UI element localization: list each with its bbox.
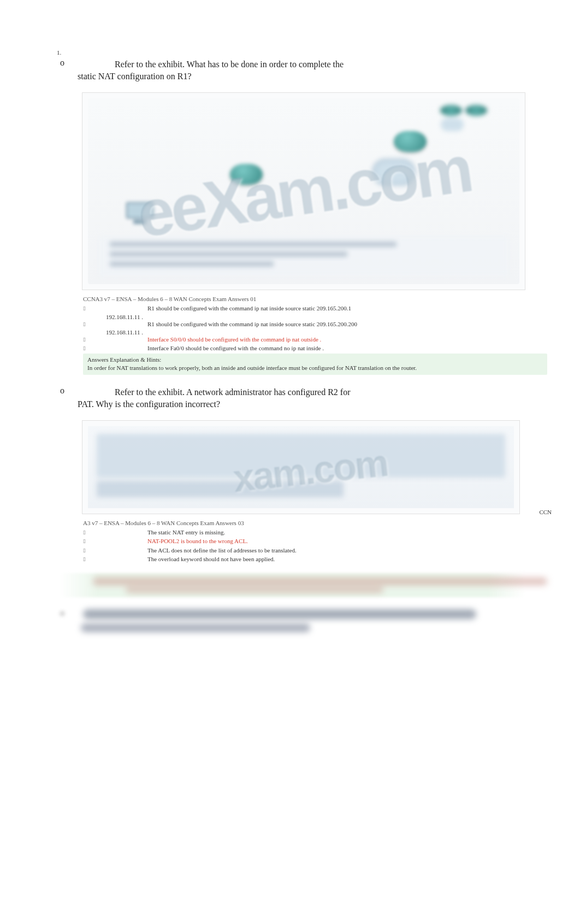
bullet-icon: ▯ xyxy=(83,538,87,545)
question-number: 1. xyxy=(57,49,525,56)
blurred-explanation-row xyxy=(60,573,525,597)
question-stem-line2: static NAT configuration on R1? xyxy=(60,72,525,81)
exhibit-image-2: xam.com xyxy=(82,420,520,514)
answer-option: ▯ R1 should be configured with the comma… xyxy=(83,320,525,328)
bullet-icon: ▯ xyxy=(83,305,87,312)
question-stem-row: o Refer to the exhibit. What has to be d… xyxy=(60,58,525,70)
question-stem-row: o Refer to the exhibit. A network admini… xyxy=(60,386,525,398)
exhibit-caption-1: CCNA3 v7 – ENSA – Modules 6 – 8 WAN Conc… xyxy=(83,296,525,302)
answer-option: ▯ Interface Fa0/0 should be configured w… xyxy=(83,344,525,352)
answer-option: ▯ The static NAT entry is missing. xyxy=(83,528,525,537)
option-text-correct: Interface S0/0/0 should be configured wi… xyxy=(87,336,525,344)
answer-option: ▯ NAT-POOL2 is bound to the wrong ACL. xyxy=(83,537,525,545)
bullet-icon: ▯ xyxy=(83,336,87,343)
blurred-text-line xyxy=(83,609,476,619)
option-text: The static NAT entry is missing. xyxy=(87,528,525,537)
option-text-wrap: 192.168.11.11 . xyxy=(83,329,525,336)
list-marker: o xyxy=(60,386,82,396)
exhibit-caption-2: A3 v7 – ENSA – Modules 6 – 8 WAN Concept… xyxy=(83,520,525,526)
caption-right-fragment: CCN xyxy=(539,509,552,515)
watermark-text: eeXam.com xyxy=(133,131,475,252)
list-marker: o xyxy=(60,58,82,68)
question-stem-line1: Refer to the exhibit. What has to be don… xyxy=(82,58,344,70)
answers-body: In order for NAT translations to work pr… xyxy=(87,364,543,372)
bullet-icon: ▯ xyxy=(83,321,87,328)
option-text-correct: NAT-POOL2 is bound to the wrong ACL. xyxy=(87,537,525,545)
option-text: Interface Fa0/0 should be configured wit… xyxy=(87,344,525,352)
blurred-text-line xyxy=(81,623,310,632)
answers-explanation-box: Answers Explanation & Hints: In order fo… xyxy=(83,354,547,375)
topology-corner-icon xyxy=(439,105,510,125)
answer-option: ▯ R1 should be configured with the comma… xyxy=(83,304,525,313)
option-text: R1 should be configured with the command… xyxy=(87,304,525,313)
question-3-blurred: o xyxy=(60,608,525,632)
option-text: The overload keyword should not have bee… xyxy=(87,555,525,563)
bullet-icon: ▯ xyxy=(83,345,87,352)
question-stem-line2: PAT. Why is the configuration incorrect? xyxy=(60,399,525,409)
option-text: The ACL does not define the list of addr… xyxy=(87,546,525,555)
answer-option: ▯ The ACL does not define the list of ad… xyxy=(83,546,525,555)
answer-options-2: ▯ The static NAT entry is missing. ▯ NAT… xyxy=(83,528,525,564)
bullet-icon: ▯ xyxy=(83,556,87,563)
list-marker-blurred: o xyxy=(60,608,81,618)
exhibit-image-1: eeXam.com xyxy=(82,92,525,290)
question-2: o Refer to the exhibit. A network admini… xyxy=(60,386,525,598)
answer-option: ▯ The overload keyword should not have b… xyxy=(83,555,525,563)
bullet-icon: ▯ xyxy=(83,547,87,554)
question-stem-line1: Refer to the exhibit. A network administ… xyxy=(82,386,350,398)
answers-title: Answers Explanation & Hints: xyxy=(87,356,543,364)
option-text-wrap: 192.168.11.11 . xyxy=(83,314,525,320)
bullet-icon: ▯ xyxy=(83,529,87,536)
answer-option: ▯ Interface S0/0/0 should be configured … xyxy=(83,336,525,344)
answer-options-1: ▯ R1 should be configured with the comma… xyxy=(83,304,525,353)
question-1: 1. o Refer to the exhibit. What has to b… xyxy=(60,49,525,375)
option-text: R1 should be configured with the command… xyxy=(87,320,525,328)
